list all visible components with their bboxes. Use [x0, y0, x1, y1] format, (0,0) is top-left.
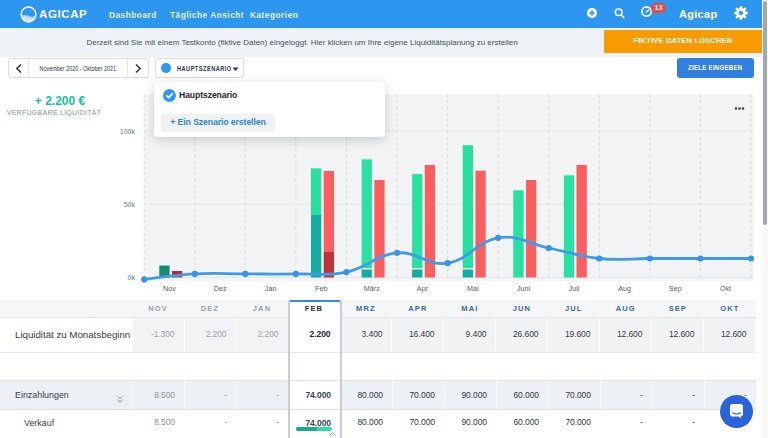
- svg-text:Juli: Juli: [569, 284, 580, 293]
- svg-text:Feb: Feb: [315, 284, 327, 293]
- svg-text:Juni: Juni: [517, 284, 531, 293]
- svg-text:März: März: [364, 284, 380, 293]
- svg-text:Dez: Dez: [214, 284, 227, 293]
- svg-text:Nov: Nov: [163, 284, 176, 293]
- svg-text:Sep: Sep: [669, 284, 682, 293]
- svg-text:Mai: Mai: [467, 284, 479, 293]
- svg-text:100k: 100k: [120, 128, 136, 135]
- svg-text:0k: 0k: [128, 274, 136, 281]
- svg-text:Apr: Apr: [417, 284, 429, 293]
- svg-text:Aug: Aug: [618, 284, 631, 293]
- svg-text:Okt: Okt: [720, 284, 731, 293]
- svg-text:50k: 50k: [124, 201, 136, 208]
- svg-text:Jan: Jan: [265, 284, 277, 293]
